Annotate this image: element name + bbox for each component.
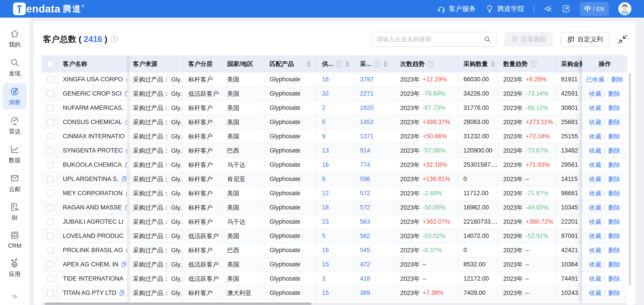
delete-link[interactable]: 删除: [611, 76, 624, 84]
vertical-scrollbar-thumb[interactable]: [629, 73, 631, 285]
column-info-icon[interactable]: !: [336, 61, 342, 67]
supplier-count-link[interactable]: 9: [322, 133, 326, 140]
purchase-count-link[interactable]: 2271: [360, 90, 374, 97]
purchase-count-link[interactable]: 572: [360, 190, 370, 197]
purchase-count-link[interactable]: 1371: [360, 133, 374, 140]
sidebar-item-应用[interactable]: 应用: [3, 255, 27, 281]
customer-name[interactable]: CINMAX INTERNATIO: [63, 133, 125, 140]
row-checkbox[interactable]: [47, 133, 54, 140]
delete-link[interactable]: 删除: [608, 232, 620, 240]
purchase-count-link[interactable]: 563: [360, 218, 370, 225]
supplier-count-link[interactable]: 2: [322, 104, 326, 112]
favorite-link[interactable]: 收藏: [589, 147, 601, 155]
copy-icon[interactable]: [126, 218, 128, 225]
row-checkbox[interactable]: [47, 176, 54, 182]
row-checkbox[interactable]: [47, 218, 54, 225]
copy-icon[interactable]: [125, 247, 128, 254]
supplier-count-link[interactable]: 5: [322, 118, 326, 126]
title-info-icon[interactable]: !: [111, 36, 118, 43]
purchase-count-link[interactable]: 1820: [360, 104, 374, 112]
row-checkbox[interactable]: [47, 104, 54, 112]
customer-name[interactable]: RAGAN AND MASSE: [63, 204, 122, 211]
row-checkbox[interactable]: [47, 119, 54, 126]
favorite-link[interactable]: 收藏: [589, 260, 601, 269]
language-toggle[interactable]: 中 / EN: [580, 2, 609, 16]
delete-link[interactable]: 删除: [608, 161, 620, 169]
delete-link[interactable]: 删除: [608, 289, 620, 297]
sidebar-item-BI[interactable]: BIBI: [3, 199, 27, 224]
row-checkbox[interactable]: [47, 290, 54, 296]
row-checkbox[interactable]: [47, 190, 54, 197]
copy-icon[interactable]: [126, 104, 128, 112]
supplier-count-link[interactable]: 13: [322, 147, 329, 154]
sort-icon[interactable]: [491, 61, 495, 67]
search-icon[interactable]: [484, 36, 491, 43]
purchase-count-link[interactable]: 389: [360, 290, 370, 296]
favorite-link[interactable]: 收藏: [589, 289, 601, 297]
announcement-icon[interactable]: [544, 4, 552, 13]
purchase-count-link[interactable]: 545: [360, 247, 370, 254]
delete-link[interactable]: 删除: [608, 118, 620, 126]
delete-link[interactable]: 删除: [608, 175, 620, 183]
copy-icon[interactable]: [125, 190, 128, 197]
sidebar-item-云邮[interactable]: 云邮: [3, 170, 27, 196]
purchase-count-link[interactable]: 774: [360, 161, 370, 168]
row-checkbox[interactable]: [47, 233, 54, 240]
favorite-link[interactable]: 收藏: [589, 161, 601, 169]
sidebar-item-发现[interactable]: 发现: [3, 54, 27, 80]
supplier-count-link[interactable]: 5: [322, 232, 326, 240]
purchase-count-link[interactable]: 572: [360, 204, 370, 211]
sort-icon[interactable]: [346, 61, 350, 67]
delete-link[interactable]: 删除: [608, 90, 620, 98]
supplier-count-link[interactable]: 16: [322, 247, 329, 254]
delete-link[interactable]: 删除: [608, 260, 620, 269]
favorite-link[interactable]: 收藏: [589, 204, 601, 212]
supplier-count-link[interactable]: 3: [322, 275, 326, 282]
favorite-link[interactable]: 收藏: [589, 104, 601, 112]
delete-link[interactable]: 删除: [608, 218, 620, 226]
row-checkbox[interactable]: [47, 204, 54, 211]
supplier-count-link[interactable]: 16: [322, 76, 329, 83]
favorite-link[interactable]: 收藏: [589, 275, 601, 283]
favorite-link[interactable]: 收藏: [589, 118, 601, 126]
supplier-count-link[interactable]: 15: [322, 290, 329, 296]
copy-icon[interactable]: [126, 276, 128, 282]
favorite-link[interactable]: 收藏: [589, 132, 601, 140]
customer-name[interactable]: TITAN AG PTY LTD: [63, 290, 116, 296]
favorite-link[interactable]: 收藏: [589, 90, 601, 98]
collapse-view-icon[interactable]: [617, 34, 628, 44]
delete-link[interactable]: 删除: [608, 204, 620, 212]
copy-icon[interactable]: [126, 233, 128, 240]
row-checkbox[interactable]: [47, 90, 54, 97]
copy-icon[interactable]: [121, 261, 128, 268]
copy-icon[interactable]: [125, 76, 128, 83]
customer-name[interactable]: XINGFA USA CORPO: [63, 76, 123, 83]
favorite-link[interactable]: 收藏: [589, 246, 601, 254]
purchase-count-link[interactable]: 914: [360, 147, 370, 154]
copy-icon[interactable]: [119, 290, 126, 296]
customer-name[interactable]: BUKOOLA CHEMICA: [63, 161, 122, 168]
supplier-count-link[interactable]: 23: [322, 218, 329, 225]
customer-name[interactable]: JUBAILI AGROTEC LI: [63, 218, 124, 225]
copy-icon[interactable]: [125, 147, 128, 154]
customer-name[interactable]: GENERIC CROP SCI: [63, 90, 122, 97]
supplier-count-link[interactable]: 12: [322, 190, 329, 197]
favorite-link[interactable]: 收藏: [589, 232, 601, 240]
row-checkbox[interactable]: [47, 276, 54, 282]
sidebar-item-雷达[interactable]: 雷达: [3, 112, 27, 138]
copy-icon[interactable]: [124, 90, 128, 97]
copy-icon[interactable]: [124, 204, 128, 211]
nav-academy[interactable]: 腾道学院: [485, 4, 524, 14]
row-checkbox[interactable]: [47, 162, 54, 168]
customer-name[interactable]: SYNGENTA PROTEC: [63, 147, 123, 154]
company-search-input[interactable]: [376, 36, 484, 43]
customer-name[interactable]: LOVELAND PRODUC: [63, 232, 124, 240]
batch-delete-button[interactable]: 批量删除: [504, 32, 553, 47]
purchase-count-link[interactable]: 562: [360, 232, 370, 240]
customer-name[interactable]: MEY CORPORATION: [63, 190, 123, 197]
sidebar-item-洞察[interactable]: 洞察: [3, 83, 27, 109]
copy-icon[interactable]: [121, 176, 128, 182]
column-info-icon[interactable]: !: [374, 61, 380, 67]
customer-name[interactable]: CONSUS CHEMICAL: [63, 118, 122, 126]
purchase-count-link[interactable]: 418: [360, 275, 370, 282]
